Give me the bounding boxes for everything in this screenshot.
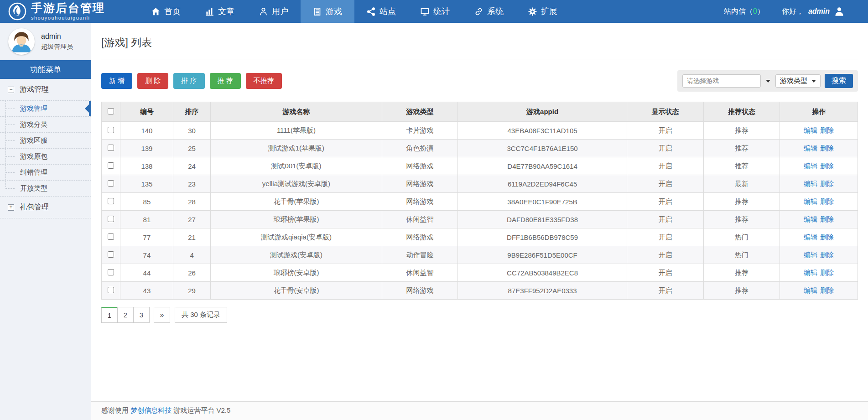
row-actions: 编辑删除 [780,246,858,264]
row-id: 43 [120,282,173,300]
row-checkbox[interactable] [108,162,114,169]
row-checkbox[interactable] [108,198,114,204]
row-game-name: 测试001(安卓版) [210,157,382,175]
select-all-cell [102,102,120,122]
menu-group-game-manage[interactable]: −游戏管理 [0,79,91,101]
greeting-text: 你好， [782,7,804,16]
game-select-caret-icon[interactable] [766,80,770,83]
nav-item-site[interactable]: 站点 [354,0,408,23]
next-page-button[interactable]: » [154,307,170,323]
row-sort: 24 [173,157,210,175]
sort-button[interactable]: 排 序 [173,73,204,89]
nav-item-stats[interactable]: 统计 [408,0,462,23]
row-recommend-status: 推荐 [703,140,780,157]
nav-item-article[interactable]: 文章 [193,0,247,23]
row-appid: DFF1B6B56DB978C59 [457,228,627,246]
row-appid: 43EBA08F3C11AD105 [457,122,627,140]
sidebar-item-game-server[interactable]: 游戏区服 [0,133,91,149]
sidebar: admin 超级管理员 功能菜单 −游戏管理游戏管理游戏分类游戏区服游戏原包纠错… [0,23,91,420]
sidebar-item-label: 游戏分类 [20,120,47,129]
sidebar-item-game-package[interactable]: 游戏原包 [0,149,91,165]
row-game-type: 动作冒险 [382,246,458,264]
nav-item-label: 文章 [218,6,234,17]
body-row: admin 超级管理员 功能菜单 −游戏管理游戏管理游戏分类游戏区服游戏原包纠错… [0,23,868,420]
expand-icon[interactable]: + [8,204,14,211]
top-navbar: 手游后台管理 shouyouhoutaiguanli 首页文章用户游戏站点统计系… [0,0,868,23]
table-row: 8528花千骨(苹果版)网络游戏38A0EE0C1F90E725B开启推荐编辑删… [102,193,858,211]
collapse-icon[interactable]: − [8,87,14,93]
row-id: 135 [120,175,173,193]
row-display-status: 开启 [627,264,703,282]
row-checkbox[interactable] [108,127,114,133]
row-checkbox[interactable] [108,216,114,222]
delete-link[interactable]: 删除 [820,215,834,223]
delete-link[interactable]: 删除 [820,269,834,276]
recommend-button[interactable]: 推 荐 [210,73,241,89]
delete-link[interactable]: 删除 [820,251,834,259]
app-logo[interactable]: 手游后台管理 shouyouhoutaiguanli [0,0,114,23]
sidebar-item-open-type[interactable]: 开放类型 [0,181,91,197]
edit-link[interactable]: 编辑 [804,286,817,294]
row-actions: 编辑删除 [780,122,858,140]
messages-link[interactable]: 站内信（0） [724,7,764,16]
table-row: 4426琅琊榜(安卓版)休闲益智CC72AB503849B2EC8开启推荐编辑删… [102,264,858,282]
sidebar-item-game-category[interactable]: 游戏分类 [0,117,91,133]
row-checkbox[interactable] [108,251,114,258]
table-row: 744测试游戏(安卓版)动作冒险9B9E286F51D5E00CF开启热门编辑删… [102,246,858,264]
row-actions: 编辑删除 [780,157,858,175]
edit-link[interactable]: 编辑 [804,197,817,205]
page-button-1[interactable]: 1 [101,307,118,323]
edit-link[interactable]: 编辑 [804,162,817,170]
page-button-3[interactable]: 3 [133,307,150,323]
title-divider [101,59,858,59]
row-actions: 编辑删除 [780,211,858,228]
delete-link[interactable]: 删除 [820,197,834,205]
page-button-2[interactable]: 2 [117,307,134,323]
row-checkbox[interactable] [108,180,114,187]
row-appid: CC72AB503849B2EC8 [457,264,627,282]
row-display-status: 开启 [627,228,703,246]
footer-company-link[interactable]: 梦创信息科技 [130,406,172,414]
edit-link[interactable]: 编辑 [804,144,817,152]
edit-link[interactable]: 编辑 [804,251,817,259]
search-button[interactable]: 搜索 [825,74,853,88]
row-game-name: 测试游戏(安卓版) [210,246,382,264]
logo-swirl-icon [8,2,26,21]
add-button[interactable]: 新 增 [101,73,132,89]
game-select-input[interactable] [682,74,761,88]
nav-item-game[interactable]: 游戏 [301,0,354,23]
select-all-checkbox[interactable] [108,108,114,114]
delete-link[interactable]: 删除 [820,233,834,241]
nav-item-system[interactable]: 系统 [462,0,516,23]
delete-link[interactable]: 删除 [820,286,834,294]
row-checkbox[interactable] [108,233,114,240]
action-buttons: 新 增删 除排 序推 荐不推荐 [101,73,282,89]
delete-link[interactable]: 删除 [820,126,834,134]
row-checkbox[interactable] [108,287,114,293]
not-recommend-button[interactable]: 不推荐 [246,73,282,89]
edit-link[interactable]: 编辑 [804,180,817,187]
user-greeting[interactable]: 你好，admin [782,6,844,16]
menu-group-gift-manage[interactable]: +礼包管理 [0,197,91,218]
nav-item-extension[interactable]: 扩展 [516,0,570,23]
delete-link[interactable]: 删除 [820,144,834,152]
sidebar-item-game-manage[interactable]: 游戏管理 [0,101,91,117]
edit-link[interactable]: 编辑 [804,233,817,241]
delete-link[interactable]: 删除 [820,162,834,170]
edit-link[interactable]: 编辑 [804,215,817,223]
delete-button[interactable]: 删 除 [137,73,168,89]
sidebar-item-error-manage[interactable]: 纠错管理 [0,165,91,181]
delete-link[interactable]: 删除 [820,180,834,187]
nav-item-home[interactable]: 首页 [139,0,193,23]
edit-link[interactable]: 编辑 [804,269,817,276]
nav-item-user[interactable]: 用户 [247,0,301,23]
row-checkbox[interactable] [108,269,114,275]
table-body: 140301111(苹果版)卡片游戏43EBA08F3C11AD105开启推荐编… [102,122,858,300]
edit-link[interactable]: 编辑 [804,126,817,134]
messages-label: 站内信（ [724,7,753,15]
sidebar-item-label: 开放类型 [20,184,47,193]
main-content: [游戏] 列表 新 增删 除排 序推 荐不推荐 游戏类型 搜索 [91,23,868,420]
game-type-select[interactable]: 游戏类型 [775,74,821,88]
link-icon [474,7,483,16]
row-checkbox[interactable] [108,145,114,151]
